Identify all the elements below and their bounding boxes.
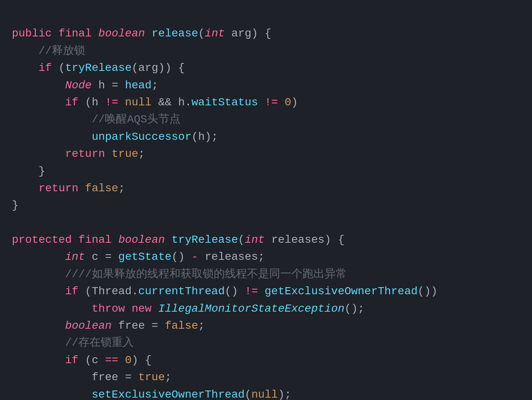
method-tryrelease-def: tryRelease [171,234,238,246]
comment-1: //释放锁 [38,45,85,57]
keyword-true-2: true [138,371,165,383]
code-display: public final boolean release(int arg) { … [12,8,520,400]
keyword-null-1: null [125,96,152,109]
method-tryrelease: tryRelease [65,62,131,74]
keyword-int-2: int [245,234,264,246]
keyword-if-3: if [65,285,78,297]
keyword-if-1: if [38,62,52,74]
keyword-null-2: null [251,389,278,400]
keyword-return-2: return [38,182,78,194]
keyword-throw: throw [92,303,125,315]
keyword-true-1: true [112,148,138,160]
keyword-return-1: return [65,148,105,160]
keyword-boolean-1: boolean [98,27,145,40]
class-illegalmonitorstateexception: IllegalMonitorStateException [158,303,344,315]
comment-3: ////如果释放的线程和获取锁的线程不是同一个跑出异常 [65,268,346,280]
keyword-false-1: false [85,182,118,194]
keyword-public: public [12,27,52,40]
literal-0-2: 0 [125,354,132,366]
keyword-if-4: if [65,354,78,366]
keyword-final-2: final [78,234,112,246]
method-currentthread: currentThread [138,285,224,297]
method-setexclusiveownerthread: setExclusiveOwnerThread [92,389,245,400]
method-getstate: getState [118,251,171,263]
keyword-protected: protected [12,234,72,246]
literal-0-1: 0 [285,96,291,109]
keyword-boolean-2: boolean [118,234,165,246]
keyword-final: final [59,27,92,40]
method-release: release [152,27,198,40]
var-head: head [125,79,152,91]
keyword-if-2: if [65,96,78,109]
keyword-int-3: int [65,251,85,263]
field-waitstatus: waitStatus [192,96,258,109]
method-unparksuccessor: unparkSuccessor [92,131,192,143]
keyword-new: new [131,303,151,315]
keyword-boolean-3: boolean [65,320,112,332]
keyword-false-2: false [165,320,198,332]
method-getexclusiveownerthread-1: getExclusiveOwnerThread [265,285,418,297]
keyword-node: Node [65,79,91,91]
keyword-int-1: int [205,27,224,40]
comment-4: //存在锁重入 [65,337,134,349]
comment-2: //唤醒AQS头节点 [92,113,180,126]
